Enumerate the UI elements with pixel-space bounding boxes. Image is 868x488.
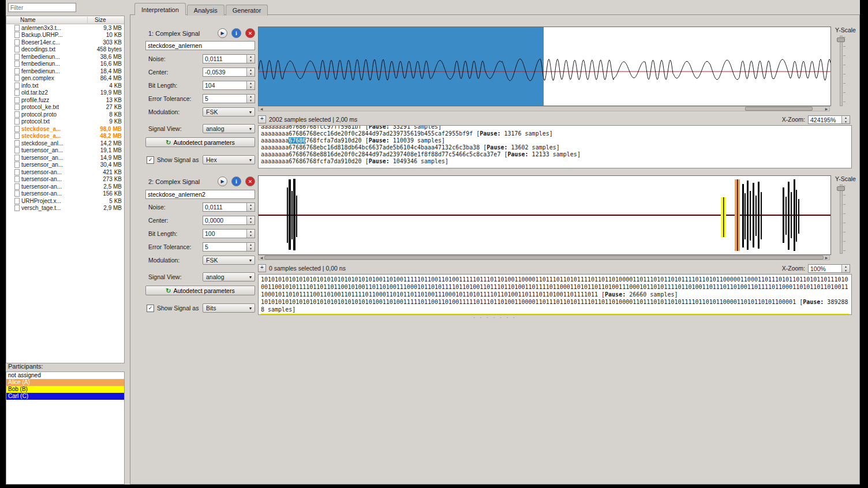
bit-length-spinbox[interactable]: 100▲▼ xyxy=(203,229,255,238)
protocol-message[interactable]: 1010101010101010101010101010101010011010… xyxy=(261,298,849,313)
scroll-handle[interactable] xyxy=(264,256,824,260)
scroll-track[interactable] xyxy=(264,256,824,260)
protocol-message[interactable]: 1010101010101010101010101010101010011010… xyxy=(261,276,849,298)
file-row[interactable]: tuersensor-an...421 KB xyxy=(6,168,124,176)
bit-length-spinbox[interactable]: 104▲▼ xyxy=(203,81,255,90)
protocol-message[interactable]: 1010101010101010101010101010101010011010… xyxy=(261,313,849,315)
file-row[interactable]: steckdose_a...48,2 MB xyxy=(6,133,124,140)
signal1-protocol-view[interactable]: aaaaaaaa67686768fcc97ff5981bf [Pause: 33… xyxy=(258,125,852,168)
modulation-dropdown[interactable]: FSK▼ xyxy=(203,256,255,265)
spin-up-icon[interactable]: ▲ xyxy=(247,68,255,72)
noise-spinbox[interactable]: 0,0111▲▼ xyxy=(203,202,255,212)
spin-up-icon[interactable]: ▲ xyxy=(247,95,255,99)
spin-down-icon[interactable]: ▼ xyxy=(247,247,255,251)
autodetect-parameters-button[interactable]: ↻Autodetect parameters xyxy=(145,137,255,147)
spin-up-icon[interactable]: ▲ xyxy=(842,265,850,269)
center-spinbox[interactable]: -0,0539▲▼ xyxy=(203,67,255,77)
file-row[interactable]: fernbedienun...18,4 MB xyxy=(6,67,124,75)
file-row[interactable]: protocol.txt9 KB xyxy=(6,118,124,126)
zoom-selection-button[interactable]: + xyxy=(258,115,266,123)
signal1-hscrollbar[interactable]: ◀ ▶ xyxy=(258,106,830,111)
spin-up-icon[interactable]: ▲ xyxy=(247,203,255,207)
play-signal-button[interactable]: ▶ xyxy=(218,28,227,38)
show-signal-as-checkbox[interactable]: ✓ xyxy=(147,305,154,312)
file-row[interactable]: steckdose_a...98,0 MB xyxy=(6,125,124,133)
file-row[interactable]: Boeser14er.c...303 KB xyxy=(6,39,124,46)
signal-view-dropdown[interactable]: analog▼ xyxy=(203,124,255,133)
noise-spinbox[interactable]: 0,0111▲▼ xyxy=(203,54,255,63)
signal-name-input[interactable] xyxy=(145,41,255,50)
tab-analysis[interactable]: Analysis xyxy=(187,5,225,16)
file-row[interactable]: fernbedienun...38,6 MB xyxy=(6,53,124,61)
show-signal-as-dropdown[interactable]: Hex▼ xyxy=(203,155,255,164)
protocol-message[interactable]: aaaaaaaa67686768fcc97ff5981bf [Pause: 33… xyxy=(261,125,849,130)
participant-row[interactable]: Carl (C) xyxy=(6,393,124,400)
file-filter-input[interactable] xyxy=(8,3,76,12)
signal2-protocol-view[interactable]: 1010101010101010101010101010101010011010… xyxy=(258,274,852,315)
protocol-message[interactable]: aaaaaaaa67686768e8816de20f0c2844d97ad239… xyxy=(261,151,849,158)
scroll-handle[interactable] xyxy=(745,107,812,111)
spin-down-icon[interactable]: ▼ xyxy=(247,234,255,238)
file-row[interactable]: info.txt4 KB xyxy=(6,82,124,89)
protocol-message[interactable]: aaaaaaaa67686768fcfa7da910d20 [Pause: 11… xyxy=(261,137,849,144)
signal2-hscrollbar[interactable]: ◀ ▶ xyxy=(258,255,830,260)
file-row[interactable]: protocol.proto8 KB xyxy=(6,111,124,118)
file-row[interactable]: steckdose_anl...14,2 MB xyxy=(6,140,124,147)
show-signal-as-checkbox[interactable]: ✓ xyxy=(147,156,154,164)
file-row[interactable]: protocol_ke.txt27 KB xyxy=(6,104,124,111)
protocol-message[interactable]: aaaaaaaa67686768ecc16de20f0c2844d97ad239… xyxy=(261,130,849,137)
tab-generator[interactable]: Generator xyxy=(226,5,268,16)
file-row[interactable]: tuersensor_an...14,9 MB xyxy=(6,154,124,162)
autodetect-parameters-button[interactable]: ↻Autodetect parameters xyxy=(145,286,255,295)
column-header-name[interactable]: Name xyxy=(6,17,88,23)
protocol-message[interactable]: aaaaaaaa67686768ebc16d818db64bc6637ade5b… xyxy=(261,144,849,151)
file-row[interactable]: tuersensor_an...30,4 MB xyxy=(6,162,124,169)
file-row[interactable]: versch_tage.t...2,9 MB xyxy=(6,205,124,212)
spin-down-icon[interactable]: ▼ xyxy=(842,120,850,124)
y-scale-slider[interactable] xyxy=(836,185,845,254)
spin-down-icon[interactable]: ▼ xyxy=(842,269,850,273)
zoom-selection-button[interactable]: + xyxy=(258,264,266,272)
splitter-handle[interactable]: · · · · · · · xyxy=(130,316,860,319)
signal-view-dropdown[interactable]: analog▼ xyxy=(203,272,255,281)
spin-up-icon[interactable]: ▲ xyxy=(247,230,255,234)
show-signal-as-dropdown[interactable]: Bits▼ xyxy=(203,303,255,313)
tab-interpretation[interactable]: Interpretation xyxy=(134,3,186,15)
participant-row[interactable]: Bob (B) xyxy=(6,386,124,393)
spin-up-icon[interactable]: ▲ xyxy=(247,243,255,247)
file-row[interactable]: profile.fuzz13 KB xyxy=(6,96,124,104)
signal-info-button[interactable]: i xyxy=(231,28,241,38)
close-signal-button[interactable]: ✕ xyxy=(245,28,255,38)
scroll-track[interactable] xyxy=(264,107,824,111)
error-tolerance-spinbox[interactable]: 5▲▼ xyxy=(203,242,255,251)
spin-up-icon[interactable]: ▲ xyxy=(247,81,255,85)
signal2-waveform-plot[interactable] xyxy=(258,175,831,255)
column-header-size[interactable]: Size xyxy=(88,17,124,23)
spin-down-icon[interactable]: ▼ xyxy=(247,220,255,224)
selection-region[interactable] xyxy=(259,27,544,106)
error-tolerance-spinbox[interactable]: 5▲▼ xyxy=(203,94,255,103)
slider-handle[interactable] xyxy=(837,186,845,191)
file-row[interactable]: fernbedienun...16,6 MB xyxy=(6,61,124,68)
participant-row[interactable]: Alice (A) xyxy=(6,379,124,386)
participant-row[interactable]: not assigned xyxy=(6,372,124,379)
protocol-message[interactable]: aaaaaaaa67686768fcfa7da910d20 [Pause: 10… xyxy=(261,158,849,165)
spin-down-icon[interactable]: ▼ xyxy=(247,72,255,76)
spin-down-icon[interactable]: ▼ xyxy=(247,59,255,63)
scroll-left-icon[interactable]: ◀ xyxy=(259,256,264,260)
x-zoom-spinbox[interactable]: 424195% ▲▼ xyxy=(808,115,850,124)
file-row[interactable]: tuersensor_an...19,1 MB xyxy=(6,147,124,155)
center-spinbox[interactable]: 0,0000▲▼ xyxy=(203,216,255,225)
signal-info-button[interactable]: i xyxy=(231,177,241,186)
file-row[interactable]: anlernen3x3.t...9,3 MB xyxy=(6,24,124,32)
scroll-right-icon[interactable]: ▶ xyxy=(824,107,829,111)
spin-up-icon[interactable]: ▲ xyxy=(247,216,255,220)
file-row[interactable]: URHProject.x...5 KB xyxy=(6,197,124,205)
modulation-dropdown[interactable]: FSK▼ xyxy=(203,107,255,117)
spin-up-icon[interactable]: ▲ xyxy=(842,116,850,120)
spin-down-icon[interactable]: ▼ xyxy=(247,207,255,211)
file-row[interactable]: decodings.txt458 bytes xyxy=(6,46,124,54)
signal1-waveform-plot[interactable] xyxy=(258,27,831,106)
x-zoom-spinbox[interactable]: 100% ▲▼ xyxy=(808,264,850,273)
file-row[interactable]: gen.complex86,4 MB xyxy=(6,75,124,82)
